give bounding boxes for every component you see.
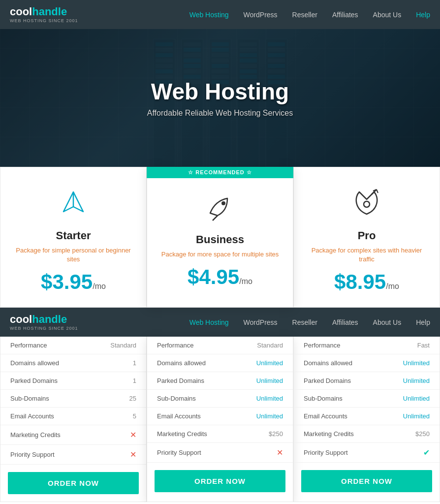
- starter-icon: [56, 187, 91, 221]
- business-priority-value: ✕: [277, 448, 283, 457]
- starter-marketing-label: Marketing Credits: [10, 431, 61, 439]
- pro-marketing-label: Marketing Credits: [304, 430, 354, 438]
- business-email-value: Unlimited: [256, 412, 283, 420]
- business-parked-value: Unlimited: [256, 377, 283, 384]
- starter-subdomains-value: 25: [129, 395, 136, 402]
- nav2-affiliates[interactable]: Affiliates: [332, 318, 358, 326]
- starter-performance-row: Performance Standard: [0, 337, 146, 354]
- pro-icon: [349, 187, 384, 221]
- business-marketing-row: Marketing Credits $250: [147, 425, 293, 443]
- starter-marketing-value: ✕: [130, 430, 136, 440]
- pro-performance-value: Fast: [417, 342, 430, 349]
- pro-parked-row: Parked Domains Unlimited: [294, 372, 440, 390]
- starter-desc: Package for simple personal or beginner …: [10, 246, 136, 264]
- pro-email-value: Unlimited: [403, 412, 430, 420]
- recommended-banner: ☆ RECOMMENDED ☆: [147, 167, 293, 178]
- pro-subdomains-row: Sub-Domains Unlimtied: [294, 390, 440, 408]
- starter-domains-label: Domains allowed: [10, 359, 59, 367]
- hero-subtitle: Affordable Reliable Web Hosting Services: [147, 109, 293, 118]
- business-name: Business: [196, 233, 244, 246]
- starter-subdomains-label: Sub-Domains: [10, 395, 49, 402]
- starter-email-row: Email Accounts 5: [0, 408, 146, 425]
- pro-email-label: Email Accounts: [304, 412, 347, 420]
- nav-about-us[interactable]: About Us: [373, 11, 402, 19]
- business-parked-label: Parked Domains: [157, 377, 204, 384]
- pro-features: Performance Fast Domains allowed Unlimit…: [293, 337, 440, 502]
- business-subdomains-label: Sub-Domains: [157, 395, 196, 402]
- nav-help[interactable]: Help: [416, 11, 430, 19]
- business-domains-row: Domains allowed Unlimited: [147, 354, 293, 372]
- pro-marketing-row: Marketing Credits $250: [294, 425, 440, 443]
- pro-marketing-value: $250: [415, 430, 430, 438]
- top-navbar: coolhandle WEB HOSTING SINCE 2001 Web Ho…: [0, 0, 440, 29]
- business-priority-label: Priority Support: [157, 449, 201, 456]
- starter-parked-label: Parked Domains: [10, 377, 58, 384]
- logo-handle: handle: [32, 5, 67, 18]
- starter-email-value: 5: [133, 412, 136, 420]
- pro-priority-value: ✔: [423, 448, 430, 457]
- pro-price: $8.95/mo: [334, 272, 399, 292]
- starter-name: Starter: [56, 229, 91, 242]
- business-subdomains-value: Unlimited: [256, 395, 283, 402]
- starter-parked-value: 1: [133, 377, 136, 384]
- svg-point-3: [364, 201, 370, 207]
- pro-priority-row: Priority Support ✔: [294, 443, 440, 463]
- features-section: Performance Standard Domains allowed 1 P…: [0, 337, 440, 502]
- pro-parked-label: Parked Domains: [304, 377, 351, 384]
- nav-web-hosting[interactable]: Web Hosting: [189, 11, 229, 19]
- business-domains-value: Unlimited: [256, 359, 283, 367]
- starter-marketing-row: Marketing Credits ✕: [0, 425, 146, 445]
- hero-content: Web Hosting Affordable Reliable Web Host…: [147, 78, 293, 118]
- business-subdomains-row: Sub-Domains Unlimited: [147, 390, 293, 408]
- logo-cool: cool: [10, 5, 32, 18]
- nav-links2: Web Hosting WordPress Reseller Affiliate…: [189, 318, 430, 326]
- business-desc: Package for more space for multiple site…: [161, 250, 279, 259]
- business-price: $4.95/mo: [188, 267, 252, 287]
- svg-line-5: [377, 189, 378, 193]
- starter-features: Performance Standard Domains allowed 1 P…: [0, 337, 147, 502]
- hero-section: Web Hosting Affordable Reliable Web Host…: [0, 29, 440, 167]
- starter-domains-row: Domains allowed 1: [0, 354, 146, 372]
- logo[interactable]: coolhandle WEB HOSTING SINCE 2001: [10, 6, 78, 23]
- nav2-wordpress[interactable]: WordPress: [244, 318, 278, 326]
- pro-performance-row: Performance Fast: [294, 337, 440, 354]
- nav-affiliates[interactable]: Affiliates: [332, 11, 358, 19]
- nav2-about-us[interactable]: About Us: [373, 318, 402, 326]
- pro-priority-label: Priority Support: [304, 449, 348, 456]
- pro-subdomains-label: Sub-Domains: [304, 395, 343, 402]
- starter-parked-row: Parked Domains 1: [0, 372, 146, 390]
- nav-links: Web Hosting WordPress Reseller Affiliate…: [189, 11, 430, 19]
- nav-wordpress[interactable]: WordPress: [244, 11, 278, 19]
- starter-performance-label: Performance: [10, 342, 47, 349]
- starter-priority-label: Priority Support: [10, 451, 55, 458]
- logo2-cool: cool: [10, 313, 32, 325]
- nav-reseller[interactable]: Reseller: [292, 11, 317, 19]
- business-email-row: Email Accounts Unlimited: [147, 408, 293, 425]
- logo2-handle: handle: [32, 313, 67, 325]
- logo2-tagline: WEB HOSTING SINCE 2001: [10, 326, 78, 331]
- plan-business: Business Package for more space for mult…: [147, 167, 293, 308]
- business-marketing-value: $250: [269, 430, 283, 438]
- svg-point-2: [221, 201, 225, 205]
- nav2-web-hosting[interactable]: Web Hosting: [189, 318, 229, 326]
- starter-email-label: Email Accounts: [10, 412, 54, 420]
- starter-priority-value: ✕: [130, 450, 136, 459]
- pro-domains-value: Unlimited: [403, 359, 430, 367]
- pro-order-button[interactable]: ORDER NOW: [301, 470, 432, 492]
- business-domains-label: Domains allowed: [157, 359, 206, 367]
- nav2-reseller[interactable]: Reseller: [292, 318, 317, 326]
- business-order-button[interactable]: ORDER NOW: [155, 470, 285, 492]
- pro-subdomains-value: Unlimtied: [403, 395, 430, 402]
- plan-pro: Pro Package for complex sites with heavi…: [293, 167, 440, 308]
- business-marketing-label: Marketing Credits: [157, 430, 207, 438]
- starter-order-button[interactable]: ORDER NOW: [8, 472, 139, 494]
- pro-performance-label: Performance: [304, 342, 340, 349]
- business-performance-row: Performance Standard: [147, 337, 293, 354]
- starter-performance-value: Standard: [110, 342, 136, 349]
- pro-desc: Package for complex sites with heavier t…: [304, 246, 430, 264]
- logo2[interactable]: coolhandle WEB HOSTING SINCE 2001: [10, 314, 78, 331]
- business-performance-label: Performance: [157, 342, 193, 349]
- second-navbar: coolhandle WEB HOSTING SINCE 2001 Web Ho…: [0, 308, 440, 337]
- nav2-help[interactable]: Help: [416, 318, 430, 326]
- pro-parked-value: Unlimited: [403, 377, 430, 384]
